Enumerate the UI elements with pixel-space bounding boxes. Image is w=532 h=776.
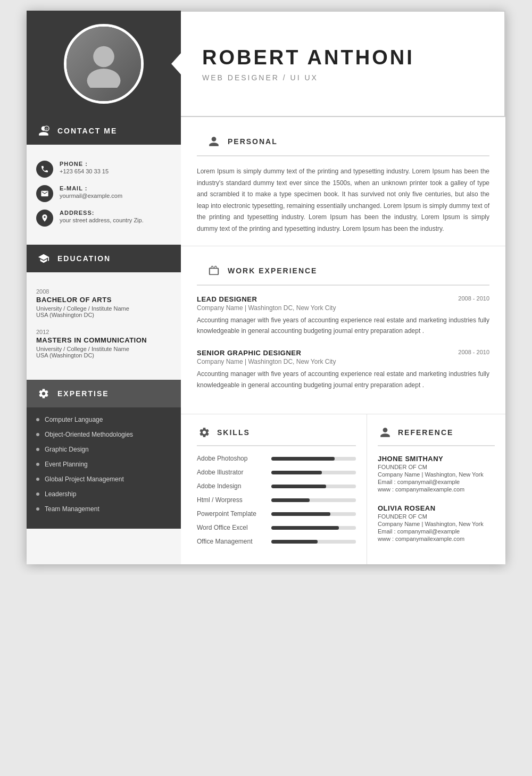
reference-icon [378, 425, 393, 440]
skill-name-3: Adobe Indesign [197, 482, 266, 490]
expertise-item-3: Graphic Design [36, 446, 171, 453]
skill-item-2: Adobe Illustrator [197, 469, 356, 476]
skill-bar-fill-4 [271, 498, 310, 502]
bullet-1 [36, 418, 39, 421]
email-icon [36, 185, 53, 202]
candidate-name: ROBERT ANTHONI [202, 46, 483, 69]
avatar [64, 24, 144, 104]
personal-header: PERSONAL [197, 128, 489, 156]
contact-icon: @ [36, 123, 51, 138]
job-header-2: SENIOR GRAPHIC DESIGNER 2008 - 2010 [197, 349, 489, 357]
contact-header: @ CONTACT ME [27, 117, 181, 145]
contact-phone: PHONE : +123 654 30 33 15 [36, 161, 171, 178]
skill-name-2: Adobe Illustrator [197, 469, 266, 476]
reference-section: REFERENCE JHONE SMITHANY FOUNDER OF CM C… [367, 414, 505, 564]
bullet-4 [36, 463, 39, 466]
ref-role-1: FOUNDER OF CM [378, 464, 495, 470]
skill-name-7: Office Management [197, 538, 266, 545]
education-header: EDUCATION [27, 245, 181, 272]
header-left [27, 11, 181, 117]
expertise-label-7: Team Management [45, 505, 99, 513]
work-header: WORK EXPERIENCE [197, 257, 489, 286]
personal-icon [206, 134, 221, 149]
skill-bar-fill-7 [271, 540, 318, 544]
ref-company-1: Company Name | Washington, New York [378, 471, 495, 478]
ref-email-1: Email : companymail@example [378, 479, 495, 485]
svg-point-1 [87, 69, 121, 88]
expertise-item-6: Leadership [36, 490, 171, 498]
skill-bar-fill-5 [271, 512, 330, 516]
edu-item-1: 2008 BACHELOR OF ARTS University / Colle… [36, 288, 171, 318]
job-company-1: Company Name | Washington DC, New York C… [197, 304, 489, 312]
skill-bar-bg-5 [271, 512, 356, 516]
svg-text:@: @ [45, 128, 48, 130]
skill-name-4: Html / Worpress [197, 496, 266, 504]
ref-email-2: Email : companymail@example [378, 528, 495, 535]
ref-name-2: OLIVIA ROSEAN [378, 504, 495, 512]
bullet-2 [36, 433, 39, 436]
job-header-1: LEAD DESIGNER 2008 - 2010 [197, 295, 489, 303]
bullet-6 [36, 493, 39, 496]
address-icon [36, 210, 53, 227]
skills-section: SKILLS Adobe Photoshop Adobe Illustrator [181, 414, 367, 564]
job-title-1: LEAD DESIGNER [197, 295, 257, 303]
expertise-items: Computer Language Object-Oriented Method… [27, 407, 181, 529]
candidate-title: WEB DESIGNER / UI UX [202, 73, 483, 82]
education-section: EDUCATION 2008 BACHELOR OF ARTS Universi… [27, 245, 181, 380]
email-text: E-MAIL : yourmail@example.com [60, 185, 171, 199]
svg-point-0 [93, 46, 114, 68]
expertise-item-7: Team Management [36, 505, 171, 513]
reference-header: REFERENCE [378, 425, 495, 446]
bullet-7 [36, 507, 39, 511]
ref-item-2: OLIVIA ROSEAN FOUNDER OF CM Company Name… [378, 504, 495, 542]
edu-location-2: USA (Washington DC) [36, 352, 171, 358]
expertise-label-1: Computer Language [45, 416, 103, 423]
expertise-label-2: Object-Oriented Methodologies [45, 431, 133, 438]
ref-role-2: FOUNDER OF CM [378, 513, 495, 520]
personal-section: PERSONAL Lorem Ipsum is simply dummy tex… [181, 117, 505, 246]
contact-section-label: CONTACT ME [57, 127, 117, 135]
edu-item-2: 2012 MASTERS IN COMMUNICATION University… [36, 329, 171, 358]
email-value: yourmail@example.com [60, 193, 171, 199]
reference-section-label: REFERENCE [398, 428, 453, 437]
header-right: ROBERT ANTHONI WEB DESIGNER / UI UX [181, 11, 505, 117]
ref-website-2: www : companymailexample.com [378, 536, 495, 542]
skills-section-label: SKILLS [217, 428, 250, 437]
skill-bar-bg-3 [271, 485, 356, 488]
address-value: your street address, country Zip. [60, 217, 171, 223]
bullet-5 [36, 478, 39, 481]
resume-container: ROBERT ANTHONI WEB DESIGNER / UI UX @ CO… [27, 11, 505, 564]
skill-item-5: Powerpoint Template [197, 510, 356, 518]
ref-website-1: www : companymailexample.com [378, 486, 495, 493]
education-icon [36, 251, 51, 266]
expertise-label-5: Global Project Management [45, 475, 124, 483]
job-dates-1: 2008 - 2010 [458, 295, 489, 302]
expertise-label-6: Leadership [45, 490, 76, 498]
expertise-item-1: Computer Language [36, 416, 171, 423]
skill-bar-bg-2 [271, 471, 356, 474]
skill-bar-fill-6 [271, 526, 339, 530]
job-desc-1: Accounting manager with five years of ac… [197, 315, 489, 337]
expertise-label-3: Graphic Design [45, 446, 89, 453]
skill-bar-fill-2 [271, 471, 322, 474]
phone-icon [36, 161, 53, 178]
phone-text: PHONE : +123 654 30 33 15 [60, 161, 171, 174]
expertise-label-4: Event Planning [45, 461, 88, 468]
address-text: ADDRESS: your street address, country Zi… [60, 210, 171, 223]
skill-bar-fill-1 [271, 457, 335, 461]
education-items: 2008 BACHELOR OF ARTS University / Colle… [27, 283, 181, 380]
skill-item-3: Adobe Indesign [197, 482, 356, 490]
ref-name-1: JHONE SMITHANY [378, 455, 495, 463]
skill-item-4: Html / Worpress [197, 496, 356, 504]
bullet-3 [36, 448, 39, 451]
edu-degree-1: BACHELOR OF ARTS [36, 296, 171, 304]
email-label: E-MAIL : [60, 185, 171, 191]
phone-label: PHONE : [60, 161, 171, 167]
expertise-item-4: Event Planning [36, 461, 171, 468]
job-item-1: LEAD DESIGNER 2008 - 2010 Company Name |… [197, 295, 489, 337]
skills-icon [197, 425, 212, 440]
edu-year-1: 2008 [36, 288, 171, 295]
avatar-placeholder [66, 27, 141, 101]
contact-address: ADDRESS: your street address, country Zi… [36, 210, 171, 227]
skill-bar-bg-1 [271, 457, 356, 461]
